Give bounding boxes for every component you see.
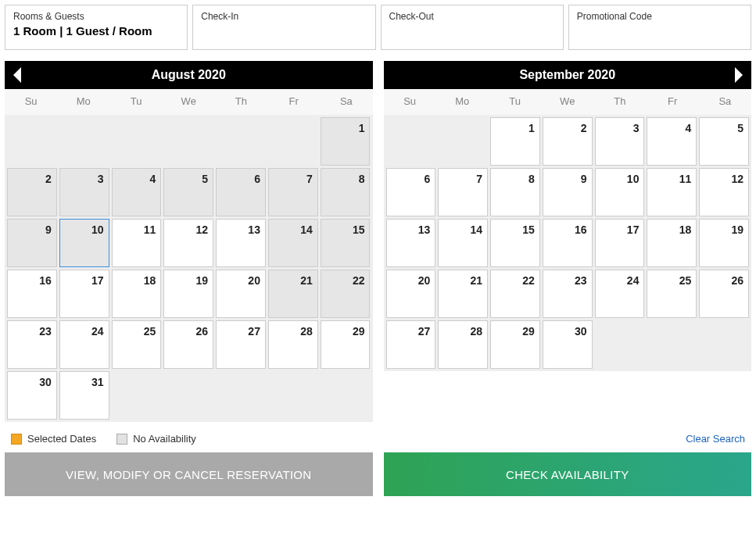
- day-cell[interactable]: 10: [59, 219, 109, 267]
- day-cell-empty: [268, 117, 318, 166]
- day-cell[interactable]: 20: [386, 270, 436, 318]
- day-number: 6: [424, 173, 430, 185]
- day-number: 25: [144, 325, 156, 338]
- day-cell[interactable]: 29: [321, 320, 371, 369]
- day-cell[interactable]: 19: [699, 219, 749, 267]
- day-cell[interactable]: 14: [438, 219, 488, 267]
- day-cell[interactable]: 17: [59, 270, 109, 318]
- day-cell[interactable]: 10: [595, 168, 645, 216]
- day-cell[interactable]: 24: [59, 320, 109, 369]
- clear-search-link[interactable]: Clear Search: [686, 433, 745, 445]
- day-number: 1: [528, 122, 535, 134]
- button-row: VIEW, MODIFY OR CANCEL RESERVATION CHECK…: [5, 452, 751, 496]
- checkin-box[interactable]: Check-In: [192, 5, 375, 50]
- day-cell[interactable]: 5: [699, 117, 749, 166]
- calendar-left-header: August 2020: [5, 61, 373, 89]
- day-cell[interactable]: 24: [595, 270, 645, 318]
- day-cell[interactable]: 13: [216, 219, 266, 267]
- day-number: 10: [91, 223, 104, 236]
- day-cell[interactable]: 30: [7, 371, 57, 420]
- days-grid-left: 1234567891011121314151617181920212223242…: [5, 115, 373, 422]
- day-cell[interactable]: 25: [112, 320, 162, 369]
- day-cell[interactable]: 18: [112, 270, 162, 318]
- day-cell[interactable]: 6: [216, 168, 266, 216]
- day-cell[interactable]: 1: [321, 117, 371, 166]
- day-cell[interactable]: 9: [7, 219, 57, 267]
- day-cell[interactable]: 7: [438, 168, 488, 216]
- day-cell[interactable]: 2: [7, 168, 57, 216]
- day-number: 18: [144, 274, 156, 287]
- day-cell[interactable]: 13: [386, 219, 436, 267]
- day-cell[interactable]: 26: [699, 270, 749, 318]
- day-cell[interactable]: 4: [647, 117, 697, 166]
- day-number: 21: [470, 274, 482, 287]
- check-availability-button[interactable]: CHECK AVAILABILITY: [384, 452, 752, 496]
- day-cell[interactable]: 23: [543, 270, 593, 318]
- day-cell[interactable]: 5: [163, 168, 213, 216]
- day-number: 15: [522, 223, 535, 236]
- day-cell[interactable]: 28: [268, 320, 318, 369]
- day-cell[interactable]: 16: [7, 270, 57, 318]
- day-cell[interactable]: 14: [268, 219, 318, 267]
- rooms-guests-box[interactable]: Rooms & Guests 1 Room | 1 Guest / Room: [5, 5, 188, 50]
- day-number: 6: [254, 173, 260, 185]
- day-cell-empty: [216, 117, 266, 166]
- day-cell[interactable]: 8: [490, 168, 540, 216]
- dow-row-left: SuMoTuWeThFrSa: [5, 89, 373, 115]
- day-cell[interactable]: 26: [163, 320, 213, 369]
- day-cell[interactable]: 30: [543, 320, 593, 369]
- top-inputs-row: Rooms & Guests 1 Room | 1 Guest / Room C…: [5, 5, 751, 50]
- rooms-guests-label: Rooms & Guests: [13, 11, 179, 22]
- day-cell[interactable]: 23: [7, 320, 57, 369]
- day-cell[interactable]: 21: [438, 270, 488, 318]
- dow-cell: Su: [384, 89, 436, 115]
- swatch-selected-icon: [11, 434, 22, 445]
- day-number: 1: [359, 122, 365, 134]
- day-cell[interactable]: 2: [543, 117, 593, 166]
- day-cell[interactable]: 21: [268, 270, 318, 318]
- day-cell[interactable]: 12: [163, 219, 213, 267]
- day-cell[interactable]: 3: [595, 117, 645, 166]
- day-number: 31: [91, 376, 104, 388]
- day-number: 19: [196, 274, 209, 287]
- day-cell[interactable]: 12: [699, 168, 749, 216]
- day-cell[interactable]: 27: [386, 320, 436, 369]
- checkout-box[interactable]: Check-Out: [381, 5, 564, 50]
- days-grid-right: 1234567891011121314151617181920212223242…: [384, 115, 752, 371]
- day-cell[interactable]: 6: [386, 168, 436, 216]
- day-cell[interactable]: 25: [647, 270, 697, 318]
- day-cell[interactable]: 4: [112, 168, 162, 216]
- day-number: 12: [731, 173, 743, 185]
- day-cell[interactable]: 27: [216, 320, 266, 369]
- day-cell[interactable]: 20: [216, 270, 266, 318]
- day-cell[interactable]: 17: [595, 219, 645, 267]
- day-cell[interactable]: 1: [490, 117, 540, 166]
- day-cell[interactable]: 15: [321, 219, 371, 267]
- day-cell-empty: [7, 117, 57, 166]
- day-cell[interactable]: 22: [321, 270, 371, 318]
- day-cell[interactable]: 22: [490, 270, 540, 318]
- day-cell[interactable]: 16: [543, 219, 593, 267]
- day-cell[interactable]: 8: [321, 168, 371, 216]
- day-cell[interactable]: 18: [647, 219, 697, 267]
- day-cell[interactable]: 9: [543, 168, 593, 216]
- day-cell[interactable]: 31: [59, 371, 109, 420]
- dow-cell: Sa: [699, 89, 751, 115]
- day-number: 10: [627, 173, 640, 185]
- day-cell[interactable]: 11: [647, 168, 697, 216]
- day-cell-empty: [438, 117, 488, 166]
- day-cell[interactable]: 19: [163, 270, 213, 318]
- promo-box[interactable]: Promotional Code: [568, 5, 751, 50]
- day-cell[interactable]: 28: [438, 320, 488, 369]
- day-number: 24: [91, 325, 104, 338]
- day-cell[interactable]: 11: [112, 219, 162, 267]
- day-cell-empty: [268, 371, 318, 420]
- view-modify-cancel-button[interactable]: VIEW, MODIFY OR CANCEL RESERVATION: [5, 452, 373, 496]
- prev-month-button[interactable]: [6, 61, 30, 89]
- day-cell[interactable]: 15: [490, 219, 540, 267]
- day-number: 26: [731, 274, 743, 287]
- day-cell[interactable]: 3: [59, 168, 109, 216]
- day-cell[interactable]: 29: [490, 320, 540, 369]
- next-month-button[interactable]: [726, 61, 750, 89]
- day-cell[interactable]: 7: [268, 168, 318, 216]
